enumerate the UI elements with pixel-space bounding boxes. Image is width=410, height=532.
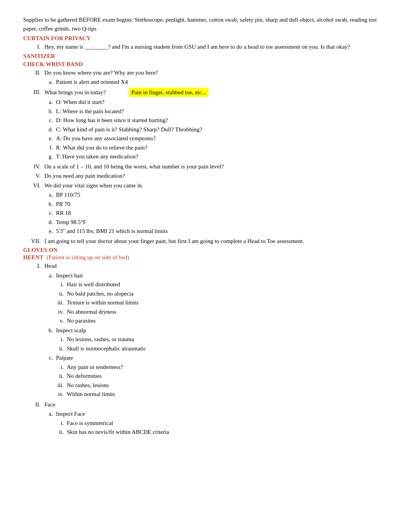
item-i: I. Hey, my name is ________? and I'm a n… xyxy=(23,42,387,51)
item-vi-c: c. RR 18 xyxy=(44,209,387,218)
heent-i-a-iv: iv. No abnormal dryness xyxy=(56,308,387,316)
alpha-a2: a. xyxy=(44,98,56,107)
alpha-a: a. xyxy=(44,78,56,87)
heent-i-a: a. Inspect hair i. Hair is well distribu… xyxy=(44,271,387,326)
alpha-f: f. xyxy=(44,143,56,152)
alpha-g: g. xyxy=(44,152,56,161)
item-iii-b: b. L: Where is the pain located? xyxy=(44,107,387,116)
item-iii-e: e. A: Do you have any associated symptom… xyxy=(44,134,387,143)
item-vi-d: d. Temp 98.5°F xyxy=(44,218,387,227)
numeral-v: V. xyxy=(23,172,44,180)
heent-i-c-ii: ii. No deformities xyxy=(56,372,387,381)
numeral-iv: IV. xyxy=(23,162,44,171)
item-ii-content: Do you know where you are? Why are you h… xyxy=(44,68,387,87)
alpha-c: c. xyxy=(44,116,56,125)
item-vii: VII. I am going to tell your doctor abou… xyxy=(23,237,387,246)
item-ii-a: a. Patient is alert and oriented X4 xyxy=(44,78,387,87)
heent-i-c-i: i. Any pain or tenderness? xyxy=(56,363,387,372)
alpha-b: b. xyxy=(44,107,56,116)
item-vii-content: I am going to tell your doctor about you… xyxy=(44,237,387,246)
heent-ii-a: a. Inspect Face i. Face is symmetrical i… xyxy=(44,410,387,437)
sanitizer-label: SANITIZER xyxy=(23,53,387,59)
numeral-vii: VII. xyxy=(23,237,44,246)
item-iv-content: On a scale of 1 – 10, and 10 being the w… xyxy=(44,162,387,171)
heent-i-b: b. Inspect scalp i. No lesions, rashes, … xyxy=(44,326,387,354)
numeral-iii: III. xyxy=(23,88,44,161)
item-iv: IV. On a scale of 1 – 10, and 10 being t… xyxy=(23,162,387,171)
item-vi-content: We did your vital signs when you came in… xyxy=(44,181,387,236)
item-vi-b: b. PR 70 xyxy=(44,200,387,209)
heent-i: I. Head a. Inspect hair i. Hair is well … xyxy=(23,262,387,399)
item-iii-f: f. R: What did you do to relieve the pai… xyxy=(44,143,387,152)
heent-sub-label: (Patient is sitting up on side of bed) xyxy=(47,254,129,261)
heent-i-b-i: i. No lesions, rashes, or trauma xyxy=(56,335,387,344)
heent-i-a-v: v. No parasites xyxy=(56,316,387,325)
heent-i-c-iv: iv. Within normal limits xyxy=(56,390,387,399)
item-vi-a: a. BP 110/75 xyxy=(44,190,387,199)
item-ii-a-content: Patient is alert and oriented X4 xyxy=(56,78,387,87)
heent-ii: II. Face a. Inspect Face i. Face is symm… xyxy=(23,400,387,437)
heent-i-a-ii: ii. No bald patches, no alopecia xyxy=(56,289,387,298)
item-iii-g: g. T: Have you taken any medication? xyxy=(44,152,387,161)
item-iii-content: What brings you in today? Pain in finger… xyxy=(44,88,387,161)
numeral-i: I. xyxy=(23,42,44,51)
check-wrist-band-label: CHECK WRIST BAND xyxy=(23,61,387,68)
heent-i-c-iii: iii. No rashes, lesions xyxy=(56,381,387,390)
heent-i-b-ii: ii. Skull is normocephalic atraumatic xyxy=(56,344,387,353)
item-i-content: Hey, my name is ________? and I'm a nurs… xyxy=(44,42,387,51)
item-vi: VI. We did your vital signs when you cam… xyxy=(23,181,387,236)
numeral-ii: II. xyxy=(23,68,44,87)
alpha-d: d. xyxy=(44,125,56,134)
item-iii-a: a. O: When did it start? xyxy=(44,98,387,107)
curtain-label: CURTAIN FOR PRIVACY xyxy=(23,35,387,42)
item-v: V. Do you need any pain medication? xyxy=(23,172,387,180)
heent-i-c: c. Palpate i. Any pain or tenderness? ii… xyxy=(44,354,387,399)
item-ii: II. Do you know where you are? Why are y… xyxy=(23,68,387,87)
heent-ii-a-ii: ii. Skin has no nevis/fit within ABCDE c… xyxy=(56,428,387,437)
heent-ii-a-i: i. Face is symmetrical xyxy=(56,419,387,428)
numeral-vi: VI. xyxy=(23,181,44,236)
item-vi-e: e. 5'3" and 115 lbs; BMI 21 which is nor… xyxy=(44,227,387,236)
heent-i-a-iii: iii. Texture is within normal limits xyxy=(56,298,387,307)
item-iii-d: d. C: What kind of pain is it? Stabbing?… xyxy=(44,125,387,134)
heent-label: HEENT xyxy=(23,254,44,261)
intro-text: Supplies to be gathered BEFORE exam begi… xyxy=(23,15,387,33)
heent-i-a-i: i. Hair is well distributed xyxy=(56,280,387,289)
item-iii: III. What brings you in today? Pain in f… xyxy=(23,88,387,161)
alpha-e: e. xyxy=(44,134,56,143)
item-iii-c: c. D: How long has it been since it star… xyxy=(44,116,387,125)
item-v-content: Do you need any pain medication? xyxy=(44,172,387,180)
pain-highlight: Pain in finger, stubbed toe, etc... xyxy=(129,88,208,97)
gloves-on-label: GLOVES ON xyxy=(23,247,387,253)
